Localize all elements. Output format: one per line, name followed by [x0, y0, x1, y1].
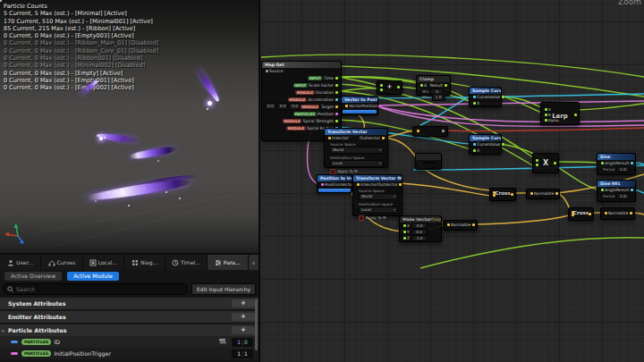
node-position-to-vector[interactable]: Position to VectorPositionVector — [317, 174, 352, 193]
value-box[interactable]: 0.0 — [265, 103, 276, 110]
pin[interactable] — [328, 137, 331, 139]
attribute-value[interactable]: 1|1 — [232, 349, 253, 358]
pin[interactable] — [382, 137, 385, 139]
node-make-vector[interactable]: Make VectorOutputX0.0Y0.0Z1.0 — [399, 215, 442, 242]
add-attribute-button[interactable]: + — [232, 299, 255, 307]
pin[interactable] — [631, 162, 633, 164]
node-title-bar[interactable]: Sine 001 — [597, 181, 635, 187]
node-transform-vector[interactable]: Transform VectorInVectorOutVectorSource … — [324, 128, 388, 168]
pin[interactable] — [589, 213, 591, 215]
value-box[interactable]: 1.0 — [432, 94, 445, 101]
search-input[interactable]: Search — [3, 283, 188, 295]
value-box[interactable]: 1.0 — [616, 193, 630, 200]
node-sine-001[interactable]: Sine 001AngleResultPeriod1.0 — [597, 180, 636, 202]
pin[interactable] — [335, 105, 338, 108]
value-box[interactable]: 0.0 — [289, 103, 301, 110]
pin[interactable] — [403, 224, 406, 227]
node-normalize-c[interactable]: Normalize — [600, 207, 635, 220]
tab-local[interactable]: Local... — [83, 255, 124, 270]
tab-curves[interactable]: Curves — [41, 255, 82, 270]
enum-dropdown[interactable]: World▾ — [330, 147, 384, 154]
pin[interactable] — [445, 84, 447, 87]
pin[interactable] — [601, 189, 604, 191]
node-vector-to-position[interactable]: Vector to PositionVectorPosition — [341, 96, 378, 115]
pin[interactable] — [379, 105, 382, 107]
node-title-bar[interactable] — [416, 154, 441, 160]
tab-parameters[interactable]: Para... — [208, 255, 249, 270]
pin[interactable] — [502, 96, 504, 98]
pin[interactable] — [335, 91, 338, 94]
edit-input-hierarchy-button[interactable]: Edit Input Hierarchy — [191, 283, 256, 295]
pin[interactable] — [630, 212, 632, 215]
tab-user[interactable]: User... — [0, 255, 41, 270]
pin[interactable] — [502, 143, 504, 146]
pin[interactable] — [473, 96, 476, 98]
panel-scrollbar[interactable] — [255, 299, 258, 350]
node-title-bar[interactable]: Transform Vector 001 — [353, 175, 402, 181]
pin[interactable] — [403, 237, 406, 240]
pin[interactable] — [345, 105, 348, 107]
node-mini-node-2[interactable] — [415, 153, 442, 170]
pin[interactable] — [574, 114, 577, 116]
checkbox[interactable] — [359, 215, 364, 221]
value-box[interactable]: 1.0 — [411, 235, 428, 242]
pin[interactable] — [511, 193, 513, 196]
value-box[interactable] — [423, 168, 436, 170]
pin[interactable] — [605, 212, 607, 215]
pin[interactable] — [417, 130, 419, 132]
pin[interactable] — [442, 130, 445, 132]
node-title-bar[interactable]: Sine — [597, 154, 635, 160]
pin[interactable] — [335, 77, 338, 80]
pin[interactable] — [397, 86, 400, 88]
node-title-bar[interactable]: Transform Vector — [325, 129, 387, 135]
pin[interactable] — [473, 102, 476, 105]
attribute-row-id[interactable]: PARTICLESID1|0 — [0, 336, 258, 348]
node-clamp[interactable]: ClampAResultMin0Max1.0 — [416, 75, 451, 96]
pin[interactable] — [321, 183, 324, 186]
node-title-bar[interactable]: Sample Curve 001 — [470, 135, 501, 141]
tab-timeline[interactable]: Timel... — [165, 255, 207, 270]
pin[interactable] — [631, 189, 633, 191]
pin[interactable] — [335, 98, 338, 101]
node-title-bar[interactable]: Sample Curve — [470, 88, 501, 94]
tab-niagara[interactable]: Niag... — [124, 255, 165, 270]
pin[interactable] — [335, 113, 338, 115]
enum-dropdown[interactable]: World▾ — [359, 193, 398, 200]
section-header-emitter-attributes[interactable]: Emitter Attributes+ — [0, 311, 258, 323]
pin[interactable] — [420, 84, 423, 87]
active-module-button[interactable]: Active Module — [67, 272, 119, 281]
value-box[interactable] — [423, 162, 436, 164]
pin[interactable] — [555, 192, 558, 195]
close-tab-icon[interactable]: x — [249, 255, 258, 270]
pin[interactable] — [447, 223, 450, 226]
node-cross-a[interactable]: Cross — [489, 188, 516, 201]
node-normalize-a[interactable]: Normalize — [443, 220, 478, 231]
node-sine[interactable]: SineAngleResultPeriod1.0 — [597, 153, 636, 175]
active-overview-button[interactable]: Active Overview — [4, 272, 62, 281]
pin[interactable] — [554, 162, 556, 164]
module-graph-canvas[interactable]: Map GetSourceINPUTTimeINPUTScale FactorM… — [260, 0, 644, 362]
pin[interactable] — [473, 149, 476, 152]
add-attribute-button[interactable]: + — [232, 326, 255, 334]
pin[interactable] — [335, 120, 338, 122]
enum-dropdown[interactable]: Local▾ — [359, 206, 398, 214]
add-attribute-button[interactable]: + — [232, 313, 255, 321]
node-title-bar[interactable]: Make VectorOutput — [400, 216, 441, 223]
value-box[interactable]: 0.0 — [277, 103, 289, 110]
node-sample-curve-001[interactable]: Sample Curve 001CurveValueX — [469, 134, 502, 155]
checkbox[interactable] — [330, 169, 335, 174]
node-add-op[interactable]: + — [377, 80, 402, 95]
node-title-bar[interactable]: Position to Vector — [318, 175, 352, 181]
node-mini-node[interactable] — [412, 126, 448, 137]
pin[interactable] — [601, 162, 604, 164]
attribute-row-initialpositiontrigger[interactable]: PARTICLESInitialPositionTrigger1|1 — [0, 348, 258, 359]
attribute-value[interactable]: 1|0 — [232, 338, 253, 347]
value-box[interactable]: 1.0 — [616, 166, 630, 173]
node-cross-b[interactable]: Cross — [568, 207, 594, 221]
node-transform-vector-001[interactable]: Transform Vector 001InVectorOutVectorSou… — [352, 174, 402, 216]
node-multiply[interactable]: X — [532, 153, 559, 173]
pin[interactable] — [530, 192, 533, 195]
node-title-bar[interactable]: Vector to Position — [342, 97, 377, 103]
section-header-particle-attributes[interactable]: ▾Particle Attributes+ — [0, 324, 258, 336]
pin[interactable] — [399, 183, 402, 186]
